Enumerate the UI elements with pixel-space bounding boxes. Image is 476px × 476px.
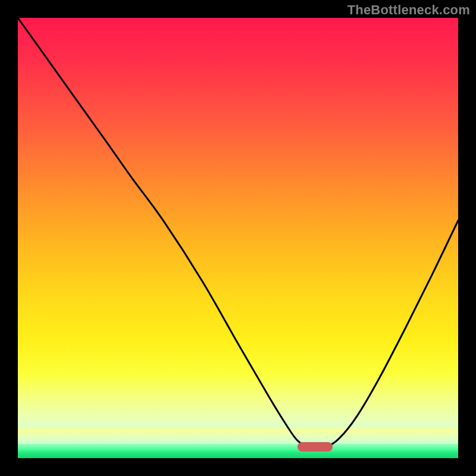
optimum-marker bbox=[298, 442, 333, 452]
chart-frame: TheBottleneck.com bbox=[0, 0, 476, 476]
plot-area bbox=[18, 18, 458, 458]
bottleneck-curve bbox=[18, 18, 458, 458]
curve-path bbox=[18, 18, 458, 447]
attribution-label: TheBottleneck.com bbox=[347, 2, 470, 18]
